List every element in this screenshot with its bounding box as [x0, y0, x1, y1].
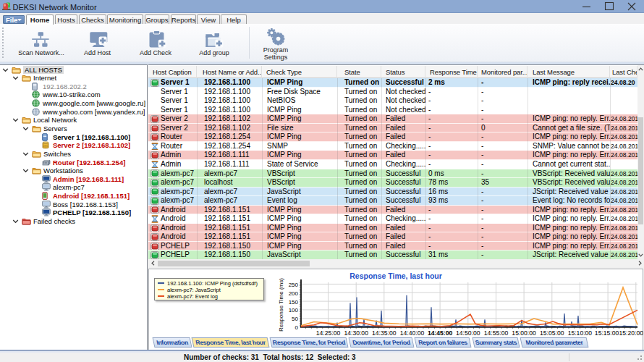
svg-text:250: 250: [289, 282, 299, 288]
svg-text:15:15:00: 15:15:00: [595, 329, 619, 337]
svg-text:0: 0: [295, 324, 299, 331]
svg-text:14:35:00: 14:35:00: [372, 329, 397, 337]
svg-text:200: 200: [289, 290, 299, 297]
svg-text:15:10:00: 15:10:00: [568, 329, 593, 337]
svg-text:Response Time (ms): Response Time (ms): [278, 278, 284, 332]
svg-text:150: 150: [289, 299, 299, 306]
svg-text:15:20:00: 15:20:00: [619, 329, 643, 337]
svg-text:14:25:00: 14:25:00: [316, 329, 341, 337]
svg-text:14:30:00: 14:30:00: [344, 329, 368, 337]
svg-text:15:00:00: 15:00:00: [512, 329, 536, 337]
svg-text:50: 50: [292, 316, 298, 322]
svg-text:15:05:00: 15:05:00: [540, 329, 564, 337]
svg-text:14:55:00: 14:55:00: [484, 329, 509, 337]
svg-text:14:50:00: 14:50:00: [456, 329, 480, 337]
svg-text:100: 100: [289, 307, 299, 313]
svg-text:14:40:00: 14:40:00: [400, 329, 425, 337]
svg-text:14:45:00: 14:45:00: [428, 329, 453, 337]
